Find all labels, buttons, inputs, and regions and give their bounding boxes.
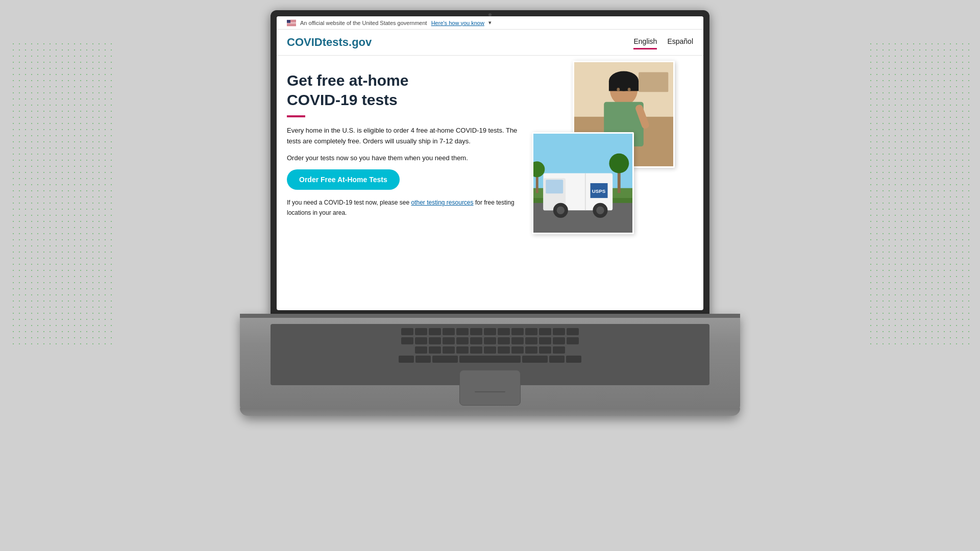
site-title[interactable]: COVIDtests.gov <box>287 36 372 49</box>
text-section: Get free at-home COVID-19 tests Every ho… <box>287 71 522 218</box>
laptop: An official website of the United States… <box>209 0 771 551</box>
heres-how-link[interactable]: Here's how you know <box>431 20 484 26</box>
keyboard-row-1 <box>275 328 705 335</box>
key <box>498 346 510 354</box>
key <box>567 337 579 344</box>
official-text: An official website of the United States… <box>300 20 427 26</box>
key <box>443 328 455 335</box>
svg-rect-7 <box>609 81 639 91</box>
svg-rect-17 <box>546 180 563 193</box>
trackpad[interactable] <box>459 370 521 406</box>
keyboard-rows <box>271 324 709 367</box>
svg-point-8 <box>617 88 620 91</box>
svg-point-9 <box>628 88 631 91</box>
main-content: Get free at-home COVID-19 tests Every ho… <box>277 56 703 228</box>
key <box>432 356 458 363</box>
laptop-body <box>240 314 740 416</box>
svg-point-24 <box>596 207 604 215</box>
key <box>484 337 496 344</box>
key <box>429 346 441 354</box>
svg-text:USPS: USPS <box>592 188 606 194</box>
key <box>443 337 455 344</box>
key <box>539 328 551 335</box>
key <box>553 337 565 344</box>
lang-espanol-link[interactable]: Español <box>667 37 693 47</box>
key <box>456 328 469 335</box>
key <box>553 328 565 335</box>
images-section: USPS <box>532 71 675 218</box>
key <box>539 346 551 354</box>
us-flag-icon <box>287 20 296 26</box>
key <box>549 356 565 363</box>
pink-divider <box>287 115 305 117</box>
key <box>484 328 496 335</box>
key <box>511 328 524 335</box>
key <box>456 346 469 354</box>
svg-point-26 <box>609 154 629 173</box>
heading-line2: COVID-19 tests <box>287 91 398 108</box>
order-tests-button[interactable]: Order Free At-Home Tests <box>287 169 400 190</box>
lang-english-link[interactable]: English <box>633 37 657 47</box>
camera-dot <box>488 13 492 16</box>
keyboard-row-2 <box>275 337 705 344</box>
paragraph-1: Every home in the U.S. is eligible to or… <box>287 126 522 147</box>
key <box>511 337 524 344</box>
key <box>415 337 427 344</box>
key <box>456 337 469 344</box>
key <box>443 346 455 354</box>
dropdown-icon: ▾ <box>488 19 492 26</box>
keyboard-row-3 <box>275 346 705 354</box>
footer-text: If you need a COVID-19 test now, please … <box>287 198 522 217</box>
key <box>415 328 427 335</box>
key <box>566 356 581 363</box>
site-header: COVIDtests.gov English Español <box>277 30 703 56</box>
heading-line1: Get free at-home <box>287 72 408 89</box>
language-nav: English Español <box>633 37 693 47</box>
svg-rect-2 <box>639 72 668 92</box>
key <box>470 337 482 344</box>
key <box>498 328 510 335</box>
key <box>525 328 537 335</box>
key <box>498 337 510 344</box>
key <box>522 356 548 363</box>
key <box>525 337 537 344</box>
key <box>415 346 427 354</box>
laptop-bottom-edge <box>240 408 740 416</box>
key <box>511 346 524 354</box>
key <box>484 346 496 354</box>
key <box>415 356 431 363</box>
gov-banner: An official website of the United States… <box>277 16 703 30</box>
footer-text-before: If you need a COVID-19 test now, please … <box>287 199 411 206</box>
screen-content: An official website of the United States… <box>277 16 703 310</box>
other-testing-link[interactable]: other testing resources <box>411 199 473 206</box>
key <box>401 328 413 335</box>
key <box>429 337 441 344</box>
dot-pattern-left <box>10 41 112 347</box>
key <box>553 346 565 354</box>
paragraph-2: Order your tests now so you have them wh… <box>287 153 522 164</box>
key <box>470 346 482 354</box>
spacebar-key <box>459 356 521 363</box>
keyboard-row-space <box>275 356 705 363</box>
photo-usps: USPS <box>532 132 634 234</box>
key <box>401 337 413 344</box>
key <box>539 337 551 344</box>
key <box>399 356 414 363</box>
laptop-hinge <box>240 314 740 318</box>
website: An official website of the United States… <box>277 16 703 310</box>
key <box>429 328 441 335</box>
main-heading: Get free at-home COVID-19 tests <box>287 71 522 109</box>
dot-pattern-right <box>868 41 970 347</box>
svg-point-22 <box>557 207 565 215</box>
key <box>470 328 482 335</box>
screen-bezel: An official website of the United States… <box>271 10 709 316</box>
key <box>567 328 579 335</box>
trackpad-line <box>475 391 505 392</box>
photo-usps-inner: USPS <box>533 134 632 233</box>
usps-illustration: USPS <box>533 134 632 233</box>
key <box>525 346 537 354</box>
